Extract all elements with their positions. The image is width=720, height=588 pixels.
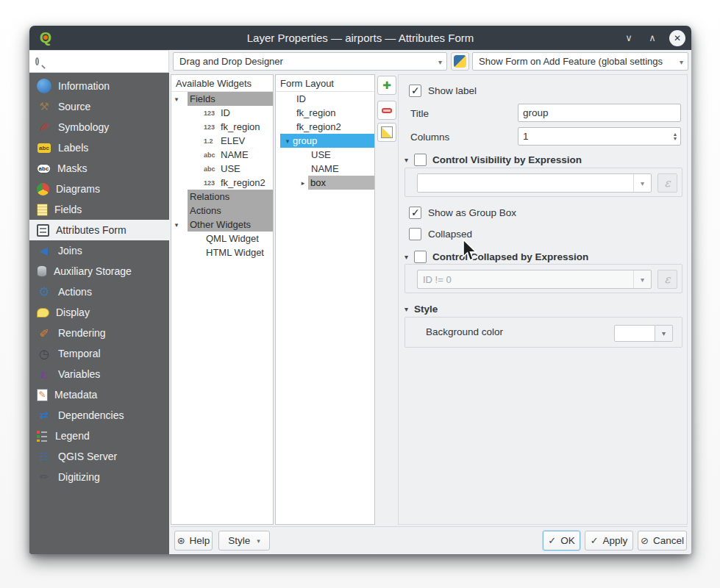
collapsed-checkbox[interactable] [409,228,421,240]
expander-right-icon[interactable]: ▸ [298,179,308,187]
sidebar-item-auxiliary-storage[interactable]: Auxiliary Storage [29,261,169,282]
ok-button[interactable]: ✓ OK [543,531,580,551]
title-input[interactable] [518,104,681,122]
fl-item-group[interactable]: ▾group [276,134,374,148]
fl-item-use[interactable]: USE [276,148,374,162]
form-open-mode-combobox[interactable]: Show Form on Add Feature (global setting… [472,52,688,71]
sidebar-item-dependencies[interactable]: Dependencies [29,405,169,426]
search-box[interactable] [29,50,169,73]
visibility-expression-checkbox[interactable] [414,154,427,166]
category-label: Other Widgets [188,218,273,232]
collapse-triangle-icon[interactable]: ▾ [404,156,408,164]
aw-field-id[interactable]: 123ID [171,106,273,120]
sidebar-item-labels[interactable]: Labels [29,137,169,158]
selected-container: ▾group [280,134,374,148]
help-lifebuoy-icon: ⊛ [177,535,185,546]
category-label: Fields [188,92,273,106]
aw-field-fk-region[interactable]: 123fk_region [171,120,273,134]
aw-category-fields[interactable]: ▾Fields [171,92,273,106]
close-icon[interactable]: ✕ [669,30,685,46]
sidebar-item-information[interactable]: Information [29,76,169,96]
edit-icon [381,126,393,138]
sidebar-item-attributes-form[interactable]: Attributes Form [29,220,169,240]
columns-spinbox[interactable] [518,127,681,146]
fl-item-box[interactable]: ▸box [276,176,374,190]
sidebar-item-qgis-server[interactable]: QGIS Server [29,446,169,467]
aw-category-other-widgets[interactable]: ▾Other Widgets [171,218,273,232]
search-input[interactable] [39,51,168,72]
spinbox-arrows[interactable]: ▲ ▼ [669,127,681,146]
change-widget-button[interactable] [377,123,396,142]
style-menu-button[interactable]: Style ▾ [218,531,270,551]
aw-widget-html-widget[interactable]: HTML Widget [171,245,273,259]
style-frame: Background color ▾ [404,317,682,348]
show-group-box-row[interactable]: Show as Group Box [409,207,516,219]
collapsed-expression-header[interactable]: ▾ Control Collapsed by Expression [404,251,588,263]
sidebar-item-legend[interactable]: Legend [29,426,169,446]
sidebar-item-rendering[interactable]: Rendering [29,323,169,343]
sidebar-item-actions[interactable]: Actions [29,282,169,302]
sidebar-item-digitizing[interactable]: Digitizing [29,467,169,487]
show-group-box-checkbox[interactable] [409,207,421,219]
titlebar[interactable]: Q Layer Properties — airports — Attribut… [29,26,691,50]
help-button[interactable]: ⊛ Help [174,531,213,551]
sidebar-item-label: Variables [58,368,100,380]
show-label-checkbox[interactable] [409,85,421,97]
sidebar-item-metadata[interactable]: Metadata [29,384,169,405]
fl-item-id[interactable]: ID [276,92,374,106]
chevron-down-icon[interactable]: ▾ [633,270,651,288]
sidebar-item-diagrams[interactable]: Diagrams [29,179,169,199]
sidebar-item-label: Rendering [58,327,106,339]
source-icon [37,99,51,114]
sidebar-item-symbology[interactable]: Symbology [29,117,169,137]
expression-builder-button[interactable]: ε [657,173,677,193]
sidebar-item-variables[interactable]: Variables [29,364,169,384]
aw-category-relations[interactable]: Relations [171,190,273,204]
qgis-server-icon [37,449,51,464]
chevron-down-icon[interactable]: ▾ [633,174,651,192]
collapsed-expression-checkbox[interactable] [414,251,427,263]
expander-down-icon[interactable]: ▾ [171,96,182,103]
add-container-button[interactable] [377,76,396,95]
minus-icon [382,108,392,113]
chevron-down-icon[interactable]: ▾ [655,325,673,342]
show-label-row[interactable]: Show label [409,85,477,97]
cancel-button[interactable]: ⊘ Cancel [638,531,687,551]
python-init-button[interactable] [451,52,469,71]
collapse-triangle-icon[interactable]: ▾ [404,305,408,313]
form-layout-panel: Form Layout IDfk_regionfk_region2▾groupU… [275,74,375,525]
aw-field-use[interactable]: abcUSE [171,162,273,176]
maximize-icon[interactable]: ∧ [646,32,659,43]
visibility-expression-combobox[interactable]: ▾ [417,173,652,193]
sidebar-item-label: Display [56,306,90,318]
apply-button[interactable]: ✓ Apply [585,531,633,551]
collapsed-expression-combobox[interactable]: ID != 0 ▾ [417,270,652,289]
expression-builder-button[interactable]: ε [657,270,677,289]
minimize-icon[interactable]: ∨ [622,32,635,43]
show-label-text: Show label [428,85,477,96]
fl-item-fk-region[interactable]: fk_region [276,106,374,120]
aw-category-actions[interactable]: Actions [171,204,273,218]
style-section-header[interactable]: ▾ Style [404,304,438,315]
expander-down-icon[interactable]: ▾ [171,221,182,229]
sidebar-item-display[interactable]: Display [29,302,169,323]
aw-field-fk-region2[interactable]: 123fk_region2 [171,176,273,190]
sidebar-item-source[interactable]: Source [29,96,169,117]
visibility-expression-header[interactable]: ▾ Control Visibility by Expression [404,154,582,166]
spin-down-icon[interactable]: ▼ [673,137,678,141]
collapse-triangle-icon[interactable]: ▾ [404,253,408,261]
sidebar-item-temporal[interactable]: Temporal [29,343,169,364]
sidebar-item-masks[interactable]: Masks [29,158,169,179]
designer-mode-combobox[interactable]: Drag and Drop Designer ▾ [173,52,447,71]
expander-down-icon[interactable]: ▾ [282,137,293,145]
ok-button-label: OK [560,535,575,546]
fl-item-name[interactable]: NAME [276,162,374,176]
remove-item-button[interactable] [377,101,396,120]
background-color-dropdown[interactable]: ▾ [614,325,673,342]
aw-field-elev[interactable]: 1.2ELEV [171,134,273,148]
fl-item-fk-region2[interactable]: fk_region2 [276,120,374,134]
sidebar-item-fields[interactable]: Fields [29,199,169,220]
sidebar-item-joins[interactable]: Joins [29,240,169,261]
aw-widget-qml-widget[interactable]: QML Widget [171,232,273,245]
aw-field-name[interactable]: abcNAME [171,148,273,162]
